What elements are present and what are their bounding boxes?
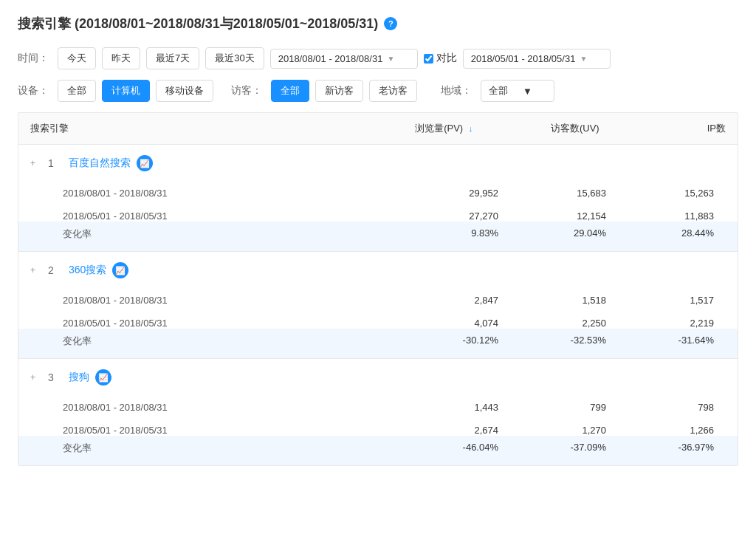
page-title: 搜索引擎 (2018/08/01~2018/08/31与2018/05/01~2… — [18, 15, 738, 32]
pv-2a: 2,847 — [402, 295, 510, 306]
expand-icon-2[interactable]: + — [30, 265, 42, 275]
row-num-2: 2 — [48, 264, 63, 276]
region-value: 全部 — [489, 84, 508, 97]
uv-3b: 1,270 — [510, 425, 618, 436]
uv-3a: 799 — [510, 402, 618, 413]
group-header-row-2: + 2 360搜索 📈 — [18, 252, 738, 289]
help-icon[interactable]: ? — [384, 17, 397, 30]
sub-row-3a: 2018/08/01 - 2018/08/31 1,443 799 798 — [18, 396, 738, 419]
time-label: 时间： — [18, 52, 49, 65]
ip-3a: 798 — [618, 402, 726, 413]
pv-2b: 4,074 — [402, 318, 510, 329]
col-header-ip: IP数 — [611, 113, 738, 144]
row-num-1: 1 — [48, 157, 63, 169]
date-label-1b: 2018/05/01 - 2018/05/31 — [63, 210, 402, 222]
change-row-3: 变化率 -46.04% -37.09% -36.97% — [18, 436, 738, 465]
row-num-3: 3 — [48, 371, 63, 383]
visitor-label: 访客： — [231, 84, 262, 97]
col-header-pv: 浏览量(PV) ↓ — [358, 113, 484, 144]
sort-icon: ↓ — [469, 124, 473, 133]
pv-3b: 2,674 — [402, 425, 510, 436]
uv-change-3: -37.09% — [510, 442, 618, 455]
col-header-uv: 访客数(UV) — [484, 113, 611, 144]
date-label-2b: 2018/05/01 - 2018/05/31 — [63, 318, 402, 329]
col-header-name: 搜索引擎 — [18, 113, 358, 144]
trend-icon-1[interactable]: 📈 — [137, 155, 153, 171]
time-btn-7days[interactable]: 最近7天 — [146, 47, 199, 69]
chevron-down-icon-2: ▼ — [580, 55, 587, 63]
time-btn-today[interactable]: 今天 — [58, 47, 96, 69]
page-container: 搜索引擎 (2018/08/01~2018/08/31与2018/05/01~2… — [0, 0, 756, 548]
title-text: 搜索引擎 (2018/08/01~2018/08/31与2018/05/01~2… — [18, 15, 378, 32]
date-label-3a: 2018/08/01 - 2018/08/31 — [63, 402, 402, 413]
group-name-cell-3: + 3 搜狗 📈 — [30, 369, 370, 386]
sub-row-2a: 2018/08/01 - 2018/08/31 2,847 1,518 1,51… — [18, 289, 738, 312]
uv-1a: 15,683 — [510, 188, 618, 199]
device-label: 设备： — [18, 84, 49, 97]
pv-change-2: -30.12% — [402, 335, 510, 348]
ip-1b: 11,883 — [618, 210, 726, 222]
pv-1a: 29,952 — [402, 188, 510, 199]
uv-2b: 2,250 — [510, 318, 618, 329]
region-label: 地域： — [441, 84, 472, 97]
data-table: 搜索引擎 浏览量(PV) ↓ 访客数(UV) IP数 + 1 百度自然搜索 📈 — [18, 112, 738, 466]
visitor-btn-all[interactable]: 全部 — [271, 80, 309, 102]
visitor-btn-new[interactable]: 新访客 — [315, 80, 363, 102]
sub-row-3b: 2018/05/01 - 2018/05/31 2,674 1,270 1,26… — [18, 419, 738, 436]
sub-row-1b: 2018/05/01 - 2018/05/31 27,270 12,154 11… — [18, 205, 738, 222]
ip-2a: 1,517 — [618, 295, 726, 306]
change-row-1: 变化率 9.83% 29.04% 28.44% — [18, 222, 738, 251]
compare-input[interactable] — [424, 54, 433, 64]
compare-label: 对比 — [436, 52, 457, 65]
uv-1b: 12,154 — [510, 210, 618, 222]
row-link-3[interactable]: 搜狗 — [69, 371, 89, 384]
row-link-2[interactable]: 360搜索 — [69, 264, 106, 277]
ip-1a: 15,263 — [618, 188, 726, 199]
date-range-1[interactable]: 2018/08/01 - 2018/08/31 ▼ — [270, 49, 418, 69]
uv-change-1: 29.04% — [510, 227, 618, 241]
group-header-row-1: + 1 百度自然搜索 📈 — [18, 145, 738, 182]
date-label-3b: 2018/05/01 - 2018/05/31 — [63, 425, 402, 436]
ip-change-3: -36.97% — [618, 442, 726, 455]
time-filter-row: 时间： 今天 昨天 最近7天 最近30天 2018/08/01 - 2018/0… — [18, 47, 738, 69]
device-filter-row: 设备： 全部 计算机 移动设备 访客： 全部 新访客 老访客 地域： 全部 ▼ — [18, 80, 738, 102]
ip-change-2: -31.64% — [618, 335, 726, 348]
expand-icon-3[interactable]: + — [30, 372, 42, 383]
date-label-2a: 2018/08/01 - 2018/08/31 — [63, 295, 402, 306]
time-btn-yesterday[interactable]: 昨天 — [102, 47, 140, 69]
data-group-1: + 1 百度自然搜索 📈 2018/08/01 - 2018/08/31 29,… — [18, 145, 738, 252]
pv-change-1: 9.83% — [402, 227, 510, 241]
ip-3b: 1,266 — [618, 425, 726, 436]
ip-2b: 2,219 — [618, 318, 726, 329]
ip-change-1: 28.44% — [618, 227, 726, 241]
data-group-3: + 3 搜狗 📈 2018/08/01 - 2018/08/31 1,443 7… — [18, 359, 738, 465]
change-label-1: 变化率 — [63, 227, 402, 241]
pv-1b: 27,270 — [402, 210, 510, 222]
trend-icon-3[interactable]: 📈 — [95, 369, 111, 386]
device-btn-mobile[interactable]: 移动设备 — [156, 80, 213, 102]
compare-checkbox[interactable]: 对比 — [424, 52, 457, 65]
uv-2a: 1,518 — [510, 295, 618, 306]
change-label-3: 变化率 — [63, 442, 402, 455]
row-link-1[interactable]: 百度自然搜索 — [69, 157, 131, 170]
device-btn-computer[interactable]: 计算机 — [102, 80, 150, 102]
sub-row-2b: 2018/05/01 - 2018/05/31 4,074 2,250 2,21… — [18, 312, 738, 329]
group-name-cell-1: + 1 百度自然搜索 📈 — [30, 155, 370, 171]
expand-icon-1[interactable]: + — [30, 158, 42, 168]
change-row-2: 变化率 -30.12% -32.53% -31.64% — [18, 329, 738, 358]
visitor-btn-returning[interactable]: 老访客 — [369, 80, 417, 102]
date-range-2[interactable]: 2018/05/01 - 2018/05/31 ▼ — [463, 49, 611, 69]
table-header: 搜索引擎 浏览量(PV) ↓ 访客数(UV) IP数 — [18, 113, 738, 145]
group-name-cell-2: + 2 360搜索 📈 — [30, 262, 370, 278]
sub-row-1a: 2018/08/01 - 2018/08/31 29,952 15,683 15… — [18, 182, 738, 205]
pv-3a: 1,443 — [402, 402, 510, 413]
chevron-down-icon-3: ▼ — [523, 86, 532, 97]
time-btn-30days[interactable]: 最近30天 — [205, 47, 264, 69]
device-btn-all[interactable]: 全部 — [58, 80, 96, 102]
data-group-2: + 2 360搜索 📈 2018/08/01 - 2018/08/31 2,84… — [18, 252, 738, 359]
date-range-2-value: 2018/05/01 - 2018/05/31 — [471, 53, 576, 64]
trend-icon-2[interactable]: 📈 — [112, 262, 128, 278]
region-select[interactable]: 全部 ▼ — [481, 80, 554, 102]
pv-change-3: -46.04% — [402, 442, 510, 455]
group-header-row-3: + 3 搜狗 📈 — [18, 359, 738, 396]
